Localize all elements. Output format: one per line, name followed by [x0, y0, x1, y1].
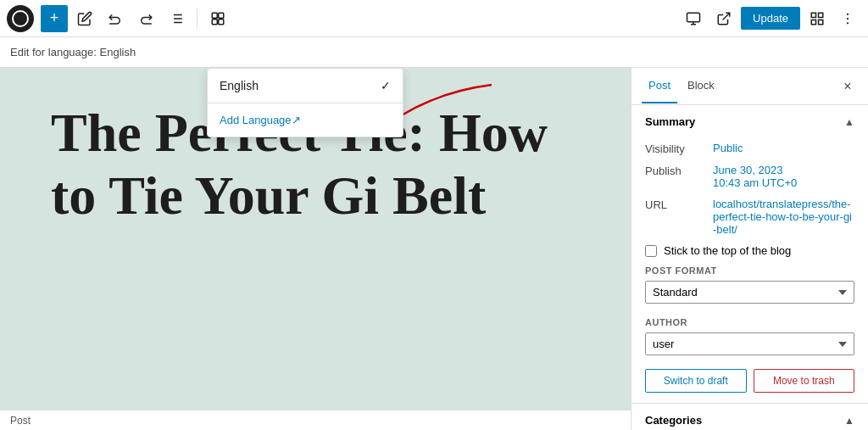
- summary-panel-body: Visibility Public Publish June 30, 20231…: [632, 138, 868, 403]
- tools-button[interactable]: [71, 5, 98, 32]
- external-link-button[interactable]: [710, 5, 737, 32]
- wp-logo: [7, 5, 34, 32]
- publish-row: Publish June 30, 202310:43 am UTC+0: [645, 164, 854, 189]
- switch-to-draft-button[interactable]: Switch to draft: [645, 369, 747, 393]
- language-bar: Edit for language: English: [0, 37, 868, 68]
- undo-button[interactable]: [102, 5, 129, 32]
- summary-panel-header[interactable]: Summary ▲: [632, 105, 868, 138]
- list-icon: [169, 11, 184, 26]
- stick-to-top-checkbox[interactable]: [645, 245, 657, 257]
- more-options-button[interactable]: [834, 5, 861, 32]
- categories-label: Categories: [645, 414, 702, 427]
- translate-icon: [210, 11, 225, 26]
- svg-rect-14: [811, 13, 815, 17]
- url-row: URL localhost/translatepress/the-perfect…: [645, 198, 854, 236]
- svg-line-13: [723, 13, 730, 20]
- summary-chevron-icon: ▲: [844, 116, 854, 128]
- status-bar: Post: [0, 410, 631, 430]
- svg-point-18: [847, 13, 849, 14]
- external-link-icon: [716, 11, 732, 26]
- status-bar-label: Post: [10, 415, 31, 427]
- svg-rect-15: [819, 13, 823, 17]
- redo-icon: [138, 11, 153, 26]
- tab-post[interactable]: Post: [642, 69, 677, 103]
- categories-chevron-icon: ▲: [844, 415, 854, 427]
- add-block-button[interactable]: +: [41, 5, 68, 32]
- categories-panel: Categories ▲: [632, 404, 868, 430]
- pencil-icon: [77, 11, 92, 26]
- english-option[interactable]: English ✓: [208, 72, 403, 99]
- main-area: The Perfect Tie: How to Tie Your Gi Belt…: [0, 68, 868, 430]
- toolbar: + Update: [0, 0, 868, 37]
- author-section-label: AUTHOR: [645, 317, 854, 327]
- move-to-trash-button[interactable]: Move to trash: [754, 369, 855, 393]
- add-language-label: Add Language↗: [220, 114, 301, 126]
- language-bar-label: Edit for language: English: [10, 46, 136, 59]
- settings-toggle-button[interactable]: [804, 5, 831, 32]
- action-buttons: Switch to draft Move to trash: [645, 369, 854, 393]
- visibility-row: Visibility Public: [645, 142, 854, 155]
- svg-point-20: [847, 22, 849, 24]
- preview-button[interactable]: [680, 5, 707, 32]
- tab-block[interactable]: Block: [681, 69, 721, 103]
- toolbar-right: Update: [680, 5, 861, 32]
- english-label: English: [220, 79, 259, 92]
- language-dropdown: English ✓ Add Language↗: [207, 68, 403, 137]
- summary-label: Summary: [645, 115, 695, 128]
- separator-1: [197, 8, 198, 29]
- author-select[interactable]: user: [645, 332, 854, 355]
- publish-value[interactable]: June 30, 202310:43 am UTC+0: [713, 164, 854, 189]
- post-format-select[interactable]: Standard Aside Chat Gallery: [645, 281, 854, 304]
- svg-rect-6: [212, 13, 217, 18]
- redo-button[interactable]: [132, 5, 159, 32]
- url-value[interactable]: localhost/translatepress/the-perfect-tie…: [713, 198, 854, 236]
- more-icon: [840, 11, 855, 26]
- translate-button[interactable]: [204, 5, 231, 32]
- visibility-value[interactable]: Public: [713, 142, 854, 154]
- undo-icon: [108, 11, 123, 26]
- svg-point-19: [847, 17, 849, 19]
- svg-rect-10: [687, 13, 700, 22]
- preview-icon: [686, 11, 701, 26]
- sidebar-header: Post Block ×: [632, 68, 868, 105]
- summary-panel: Summary ▲ Visibility Public Publish June…: [632, 105, 868, 404]
- sidebar-close-button[interactable]: ×: [837, 76, 858, 97]
- checkmark-icon: ✓: [381, 79, 391, 92]
- svg-rect-17: [819, 20, 823, 24]
- settings-icon: [810, 11, 825, 26]
- svg-rect-8: [212, 19, 217, 24]
- svg-rect-9: [219, 19, 224, 24]
- stick-to-top-row: Stick to the top of the blog: [645, 244, 854, 257]
- categories-panel-header[interactable]: Categories ▲: [632, 404, 868, 430]
- sidebar: Post Block × Summary ▲ Visibility Public…: [631, 68, 868, 430]
- publish-label: Publish: [645, 164, 713, 177]
- svg-rect-7: [219, 13, 224, 18]
- url-label: URL: [645, 198, 713, 211]
- stick-to-top-label: Stick to the top of the blog: [664, 244, 791, 257]
- update-button[interactable]: Update: [741, 7, 800, 30]
- svg-rect-16: [811, 20, 815, 24]
- add-language-button[interactable]: Add Language↗: [208, 107, 403, 133]
- wp-logo-circle: [12, 10, 29, 27]
- visibility-label: Visibility: [645, 142, 713, 155]
- post-format-section-label: POST FORMAT: [645, 265, 854, 276]
- list-view-button[interactable]: [163, 5, 190, 32]
- dropdown-divider: [208, 103, 403, 103]
